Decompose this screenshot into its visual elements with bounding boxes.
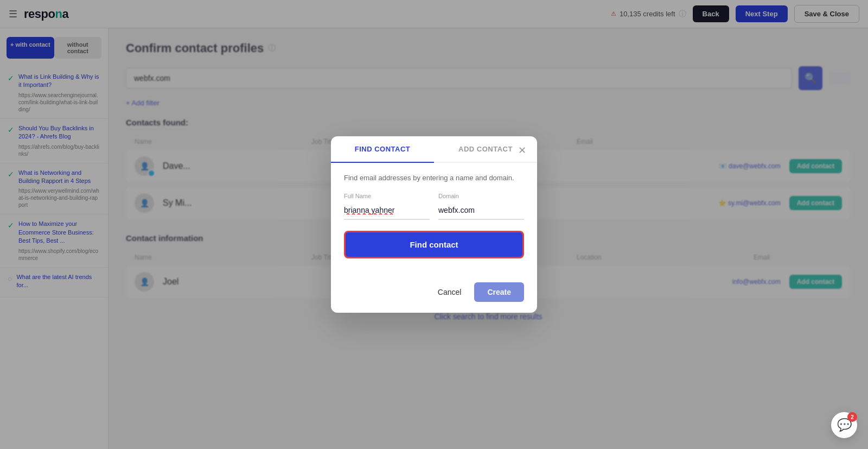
domain-label: Domain: [438, 193, 524, 199]
modal-close-button[interactable]: ✕: [514, 143, 529, 158]
full-name-label: Full Name: [344, 193, 430, 199]
modal-tabs: FIND CONTACT ADD CONTACT: [331, 136, 537, 163]
tab-find-contact[interactable]: FIND CONTACT: [331, 136, 434, 163]
modal-description: Find email addresses by entering a name …: [344, 174, 524, 182]
modal-body: Find email addresses by entering a name …: [331, 163, 537, 282]
domain-input[interactable]: [438, 201, 524, 220]
full-name-field: Full Name: [344, 193, 430, 220]
cancel-button[interactable]: Cancel: [431, 283, 468, 301]
modal-footer: Cancel Create: [331, 282, 537, 313]
chat-badge: 2: [847, 412, 857, 422]
chat-widget[interactable]: 💬 2: [831, 412, 857, 438]
find-contact-button[interactable]: Find contact: [344, 231, 524, 258]
full-name-input[interactable]: [344, 201, 430, 220]
domain-field: Domain: [438, 193, 524, 220]
find-contact-modal: ✕ FIND CONTACT ADD CONTACT Find email ad…: [331, 136, 537, 313]
modal-fields: Full Name Domain: [344, 193, 524, 220]
modal-overlay: ✕ FIND CONTACT ADD CONTACT Find email ad…: [0, 0, 868, 449]
create-button[interactable]: Create: [474, 282, 524, 302]
